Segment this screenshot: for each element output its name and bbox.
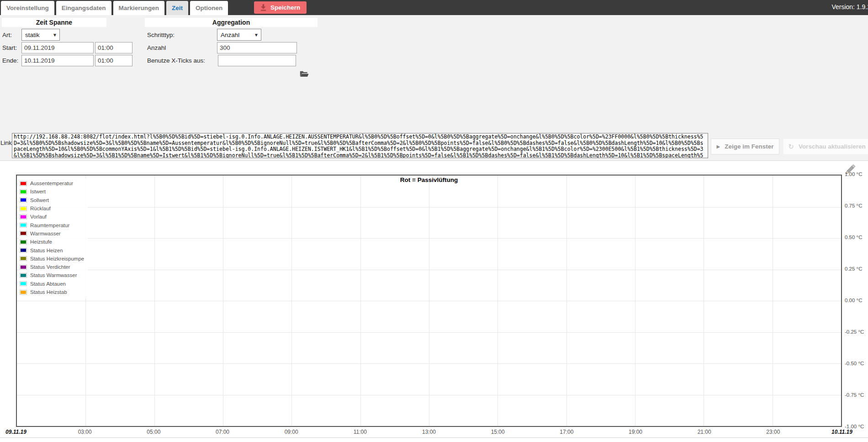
legend-color-fill — [21, 232, 26, 235]
legend-item: Istwert — [20, 187, 84, 196]
legend-color-swatch — [20, 206, 27, 211]
legend-series-label: Istwert — [30, 189, 46, 194]
y-axis-tick-label: 0.25 °C — [845, 266, 862, 272]
legend-item: Status Heizstab — [20, 288, 84, 296]
legend-series-label: Status Warmwasser — [30, 272, 77, 278]
horizontal-gridline — [17, 207, 841, 208]
legend-color-swatch — [20, 189, 27, 194]
legend-series-label: Rücklauf — [30, 206, 51, 211]
open-folder-button[interactable] — [299, 70, 310, 79]
show-in-window-label: Zeige im Fenster — [725, 143, 773, 150]
start-time-input[interactable] — [95, 42, 132, 53]
y-axis-tick-label: 0.75 °C — [845, 203, 862, 208]
legend-item: Warmwasser — [20, 229, 84, 238]
ende-date-input[interactable] — [21, 55, 94, 66]
x-axis-tick-label: 21:00 — [684, 429, 725, 435]
legend-item: Rücklauf — [20, 204, 84, 213]
legend-color-swatch — [20, 231, 27, 236]
refresh-preview-label: Vorschau aktualisieren — [799, 143, 866, 150]
schritttyp-label: Schritttyp: — [147, 32, 175, 38]
legend-item: Status Heizen — [20, 246, 84, 254]
horizontal-gridline — [17, 270, 841, 270]
x-axis-tick-label: 07:00 — [202, 429, 243, 435]
refresh-icon: ↻ — [788, 143, 794, 151]
legend-color-fill — [21, 249, 26, 252]
legend-color-fill — [21, 274, 26, 277]
legend-color-swatch — [20, 265, 27, 270]
ende-label: Ende: — [2, 57, 18, 64]
legend-item: Raumtemperatur — [20, 221, 84, 229]
chart-preview: Rot = Passivlüftung AussentemperaturIstw… — [0, 161, 868, 438]
y-axis-tick-label: 0.00 °C — [845, 298, 862, 303]
y-axis-tick-label: -0.75 °C — [845, 392, 864, 398]
legend-series-label: Status Abtauen — [30, 281, 66, 287]
link-url-textarea[interactable]: http://192.168.88.248:8082/flot/index.ht… — [12, 133, 708, 158]
art-select[interactable]: statik ▼ — [21, 29, 60, 41]
schritttyp-select-value: Anzahl — [221, 32, 239, 38]
legend-item: Status Heizkreispumpe — [20, 255, 84, 263]
xticks-label: Benutze X-Ticks aus: — [147, 57, 205, 64]
horizontal-gridline — [17, 301, 841, 301]
version-label: Version: 1.9.2 — [831, 3, 868, 11]
legend-color-fill — [21, 190, 26, 193]
art-label: Art: — [2, 32, 12, 38]
save-button[interactable]: Speichern — [254, 1, 307, 14]
legend-color-fill — [21, 282, 26, 285]
legend-series-label: Heizstufe — [30, 239, 52, 245]
tab-optionen[interactable]: Optionen — [190, 1, 228, 15]
legend-color-swatch — [20, 248, 27, 253]
chart-title: Rot = Passivlüftung — [16, 176, 842, 183]
tab-markierungen[interactable]: Markierungen — [113, 1, 165, 15]
x-axis-tick-label: 23:00 — [752, 429, 794, 435]
legend-series-label: Raumtemperatur — [30, 223, 69, 228]
x-axis-tick-label: 15:00 — [477, 429, 519, 435]
legend-color-swatch — [20, 256, 27, 261]
x-axis-tick-label: 09:00 — [271, 429, 312, 435]
zeit-spanne-header: Zeit Spanne — [2, 18, 106, 27]
y-axis-tick-label: -1.00 °C — [845, 424, 864, 429]
x-axis-tick-label: 10.11.19 — [821, 429, 863, 435]
schritttyp-select[interactable]: Anzahl ▼ — [217, 29, 261, 41]
legend-color-swatch — [20, 223, 27, 228]
legend-color-fill — [21, 198, 26, 202]
xticks-input[interactable] — [218, 55, 296, 66]
legend-color-fill — [21, 182, 26, 185]
legend-color-swatch — [20, 214, 27, 219]
tab-voreinstellung[interactable]: Voreinstellung — [1, 1, 54, 15]
legend-item: Status Verdichter — [20, 263, 84, 271]
ende-time-input[interactable] — [95, 55, 132, 66]
tab-eingangsdaten[interactable]: Eingangsdaten — [56, 1, 111, 15]
plot-area — [16, 175, 842, 427]
legend-item: Aussentemperatur — [20, 179, 84, 187]
anzahl-input[interactable] — [217, 42, 297, 53]
horizontal-gridline — [17, 238, 841, 239]
chart-legend: AussentemperaturIstwertSollwertRücklaufV… — [19, 178, 88, 298]
legend-color-fill — [21, 257, 26, 260]
refresh-preview-button[interactable]: ↻ Vorschau aktualisieren — [783, 138, 868, 154]
legend-color-fill — [21, 224, 26, 227]
show-in-window-button[interactable]: ▶ Zeige im Fenster — [711, 138, 779, 154]
start-label: Start: — [2, 44, 17, 51]
legend-color-fill — [21, 266, 26, 269]
legend-color-fill — [21, 207, 26, 210]
chevron-down-icon: ▼ — [53, 32, 57, 37]
start-date-input[interactable] — [21, 42, 94, 53]
x-axis-tick-label: 11:00 — [339, 429, 381, 435]
legend-series-label: Aussentemperatur — [30, 181, 73, 186]
legend-color-swatch — [20, 197, 27, 202]
horizontal-gridline — [17, 332, 841, 333]
flot-editor-app: VoreinstellungEingangsdatenMarkierungenZ… — [0, 0, 868, 442]
edit-axis-pencil-icon[interactable] — [843, 163, 857, 179]
horizontal-gridline — [17, 395, 841, 395]
legend-series-label: Status Verdichter — [30, 264, 70, 270]
folder-open-icon — [300, 72, 309, 79]
y-axis-tick-label: -0.25 °C — [845, 329, 864, 335]
legend-series-label: Status Heizstab — [30, 289, 67, 295]
top-tab-bar: VoreinstellungEingangsdatenMarkierungenZ… — [0, 0, 868, 15]
tab-zeit[interactable]: Zeit — [166, 1, 188, 15]
link-label: Link — [0, 139, 12, 146]
x-axis-tick-label: 05:00 — [133, 429, 174, 435]
legend-item: Status Warmwasser — [20, 271, 84, 279]
y-axis-tick-label: 0.50 °C — [845, 234, 862, 240]
save-button-label: Speichern — [270, 4, 300, 11]
